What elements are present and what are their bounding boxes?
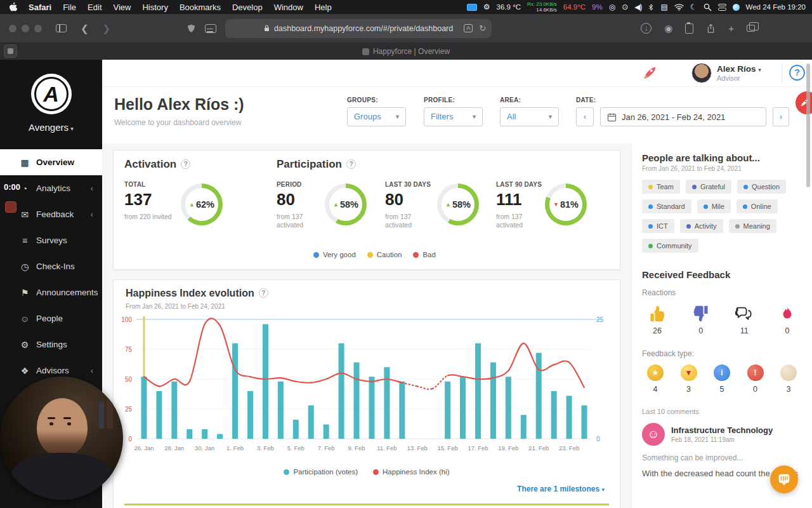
privacy-shield-icon[interactable] [187,23,196,34]
clipboard-icon[interactable] [685,23,693,34]
gear-icon[interactable]: ⚙ [483,3,490,11]
address-bar[interactable]: dashboard.myhappyforce.com/#/private/das… [225,19,492,38]
search-icon[interactable] [704,3,712,11]
network-throughput: Rx: 23.0KB/s 14.6KB/s [527,1,557,13]
weather-icon[interactable] [733,4,740,11]
sidebar-item-people[interactable]: ☺People [0,305,102,331]
new-tab-icon[interactable]: + [728,23,734,33]
help-icon[interactable]: ? [346,159,356,169]
pinned-tab[interactable] [4,44,17,58]
org-logo[interactable]: A [31,74,72,114]
menu-edit[interactable]: Edit [88,3,102,12]
milestones-link[interactable]: There are 1 milestones ▾ [517,485,605,493]
reload-icon[interactable]: ↻ [479,24,486,32]
apple-logo-icon[interactable] [9,3,17,12]
menu-safari[interactable]: Safari [29,3,51,12]
screen-mirroring-icon[interactable] [467,4,477,11]
legend-dot [284,469,289,475]
tag-online[interactable]: Online [737,199,778,213]
date-prev-button[interactable]: ‹ [576,107,594,126]
tag-grateful[interactable]: Grateful [686,180,731,194]
svg-text:15. Feb: 15. Feb [438,444,458,451]
close-window-button[interactable] [9,25,16,32]
groups-filter-select[interactable]: Groups▼ [347,107,406,126]
record-status-icon[interactable]: ⊙ [622,3,628,11]
control-center-icon[interactable] [718,4,726,11]
caret-down-icon: ▾ [70,125,74,132]
tag-team[interactable]: Team [642,180,680,194]
recording-stop-button[interactable] [5,201,16,213]
date-next-button[interactable]: › [773,107,789,126]
sidebar-item-settings[interactable]: ⚙Settings [0,331,102,358]
screen-record-icon[interactable]: ◉ [664,23,672,33]
tag-question[interactable]: Question [737,180,786,194]
tag-community[interactable]: Community [642,239,698,253]
sidebar-item-announcements[interactable]: ⚑Announcements [0,279,102,305]
safari-toolbar: ❮ ❯ dashboard.myhappyforce.com/#/private… [0,14,812,43]
settings-gear-icon: ⚙ [19,340,30,350]
tag-meaning[interactable]: Meaning [729,219,776,233]
user-menu[interactable]: Alex Ríos ▾ [717,64,761,74]
tag-mile[interactable]: Mile [697,199,731,213]
caret-down-icon: ▼ [395,108,400,126]
user-avatar[interactable] [691,63,712,83]
downloads-icon[interactable]: ↓ [641,23,652,34]
gpu-temp: 64.9°C [563,3,586,11]
keyboard-icon[interactable]: ▤ [660,3,667,11]
screen: Safari File Edit View History Bookmarks … [0,0,812,508]
tag-standard[interactable]: Standard [642,199,691,213]
intercom-chat-button[interactable] [770,465,798,493]
menu-history[interactable]: History [142,3,167,12]
airplay-audio-icon[interactable]: ◎ [609,3,615,11]
svg-text:100: 100 [121,316,132,323]
forward-button[interactable]: ❯ [103,23,111,33]
svg-text:17. Feb: 17. Feb [468,444,488,451]
area-filter-select[interactable]: All▼ [500,107,559,126]
tag-dot [648,185,653,189]
active-tab-title[interactable]: Happyforce | Overview [373,47,450,56]
rocket-icon[interactable] [641,65,658,81]
tag-dot [648,244,653,248]
help-button[interactable]: ? [789,65,805,81]
svg-text:0: 0 [596,436,600,443]
menu-window[interactable]: Window [274,3,303,12]
sidebar-toggle-icon[interactable] [56,24,67,32]
menu-develop[interactable]: Develop [232,3,263,12]
window-controls[interactable] [0,25,42,32]
trend-arrow-icon: ▲ [189,201,195,208]
volume-icon[interactable]: ◀) [634,3,641,11]
feedback-type-label: Feedback type: [642,349,802,358]
menu-view[interactable]: View [114,3,131,12]
sidebar-item-check-ins[interactable]: ◷Check-Ins [0,253,102,279]
menu-bookmarks[interactable]: Bookmarks [180,3,221,12]
date-range-input[interactable]: Jan 26, 2021 - Feb 24, 2021 [600,107,766,126]
focus-moon-icon[interactable]: ☾ [690,3,697,11]
share-icon[interactable] [706,23,716,34]
back-button[interactable]: ❮ [81,23,89,33]
tag-ict[interactable]: ICT [642,219,674,233]
sidebar-item-surveys[interactable]: ≡Surveys [0,227,102,253]
trend-arrow-icon: ▲ [445,201,451,208]
type-recognition: ▼ 3 [681,364,697,394]
help-icon[interactable]: ? [181,159,190,169]
minimize-window-button[interactable] [22,25,29,32]
bluetooth-icon[interactable] [648,3,654,11]
reader-view-icon[interactable] [205,24,216,33]
profile-filter-select[interactable]: Filters▼ [424,107,483,126]
sidebar-item-overview[interactable]: ▦Overview [0,149,102,175]
reaction-thumbs-up: 26 [648,305,666,335]
lock-icon [264,25,270,32]
translate-icon[interactable]: A [464,24,473,32]
happiness-chart: 025507510002526. Jan28. Jan30. Jan1. Feb… [117,313,612,463]
org-switcher[interactable]: Avengers▾ [0,122,102,133]
wifi-icon[interactable] [674,3,684,11]
menu-help[interactable]: Help [315,3,332,12]
menu-file[interactable]: File [63,3,76,12]
help-icon[interactable]: ? [259,288,268,298]
tag-activity[interactable]: Activity [680,219,723,233]
zoom-window-button[interactable] [34,25,42,32]
menubar-clock[interactable]: Wed 24 Feb 19:20 [746,3,806,11]
tab-overview-icon[interactable] [747,25,755,32]
chart-legend: Participation (votes) Happiness Index (h… [114,468,620,476]
scrollbar-thumb[interactable] [806,64,810,187]
